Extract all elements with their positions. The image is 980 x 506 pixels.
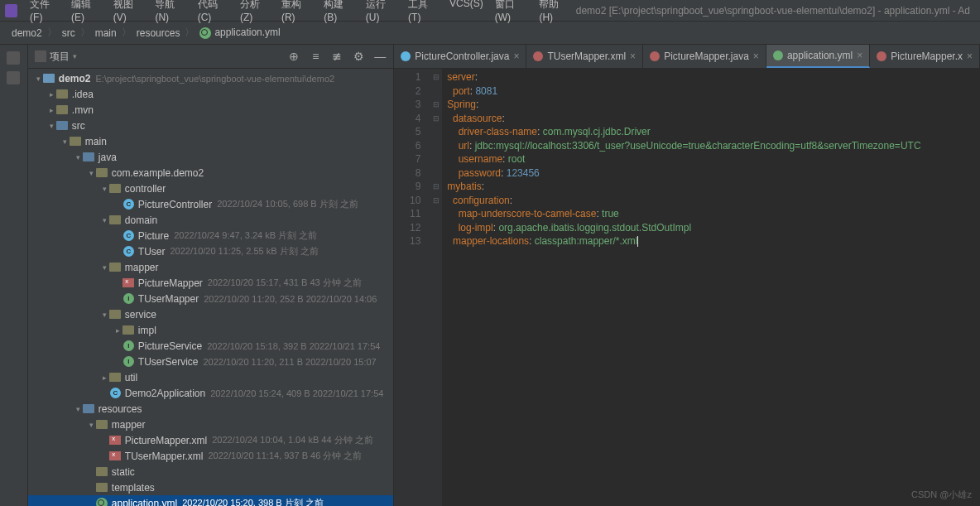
tree-node-meta: 2022/10/20 15:17, 431 B 43 分钟 之前 (208, 277, 362, 289)
tree-node[interactable]: ▾src (28, 118, 394, 133)
tree-arrow-icon[interactable]: ▾ (88, 421, 96, 429)
menu-item[interactable]: VCS(S) (444, 0, 489, 23)
menu-item[interactable]: 文件(F) (24, 0, 65, 23)
tree-node[interactable]: ▾main (28, 133, 394, 149)
menu-item[interactable]: 编辑(E) (65, 0, 108, 23)
fold-gutter[interactable]: ⊟⊟⊟⊟⊟ (430, 69, 442, 506)
tree-node-label: application.yml (112, 498, 177, 507)
project-tree[interactable]: ▾demo2E:\project\springboot_vue\springbo… (28, 69, 394, 506)
tree-arrow-icon[interactable]: ▸ (114, 326, 122, 335)
breadcrumb-item[interactable]: src (59, 27, 79, 39)
project-icon (35, 51, 46, 62)
tree-arrow-icon[interactable]: ▸ (48, 106, 56, 114)
tree-arrow-icon[interactable]: ▾ (88, 169, 96, 177)
tree-node[interactable]: ▾mapper (28, 417, 394, 432)
menu-item[interactable]: 视图(V) (108, 0, 150, 23)
expand-all-icon[interactable]: ≡ (309, 50, 322, 63)
tree-node[interactable]: ▾demo2E:\project\springboot_vue\springbo… (28, 70, 394, 86)
project-sidebar: 项目 ▾ ⊕ ≡ ≢ ⚙ — ▾demo2E:\project\springbo… (28, 45, 395, 506)
menu-item[interactable]: 分析(Z) (234, 0, 276, 23)
close-tab-icon[interactable]: × (513, 51, 519, 62)
tree-node[interactable]: ▸.mvn (28, 102, 394, 118)
code-editor[interactable]: 12345678910111213 ⊟⊟⊟⊟⊟ server: port: 80… (394, 69, 980, 506)
tree-node[interactable]: ▾domain (28, 212, 394, 228)
tree-arrow-icon[interactable]: ▾ (61, 137, 70, 146)
menu-item[interactable]: 窗口(W) (489, 0, 534, 23)
breadcrumb-bar: demo2〉src〉main〉resources〉application.yml (0, 22, 980, 45)
tree-node-label: resources (98, 403, 142, 415)
close-tab-icon[interactable]: × (753, 51, 759, 62)
tree-node[interactable]: IPictureService2022/10/20 15:18, 392 B 2… (28, 338, 394, 354)
select-opened-file-icon[interactable]: ⊕ (287, 50, 300, 63)
tree-node[interactable]: ▾controller (28, 181, 394, 196)
tree-node[interactable]: ITUserService2022/10/20 11:20, 211 B 202… (28, 354, 394, 369)
tree-node-meta: 2022/10/20 11:20, 211 B 2022/10/20 15:07 (204, 357, 377, 367)
tree-arrow-icon[interactable]: ▾ (101, 185, 109, 193)
tree-node-label: util (125, 372, 137, 383)
tree-arrow-icon[interactable]: ▸ (48, 90, 56, 99)
collapse-all-icon[interactable]: ≢ (330, 50, 343, 63)
menu-item[interactable]: 工具(T) (402, 0, 444, 23)
tree-arrow-icon[interactable]: ▸ (101, 373, 109, 382)
sidebar-header: 项目 ▾ ⊕ ≡ ≢ ⚙ — (28, 45, 394, 69)
close-tab-icon[interactable]: × (857, 50, 862, 61)
breadcrumb-item[interactable]: application.yml (196, 27, 283, 39)
menu-item[interactable]: 帮助(H) (533, 0, 575, 23)
tree-node[interactable]: ITUserMapper2022/10/20 11:20, 252 B 2022… (28, 291, 394, 306)
menu-item[interactable]: 运行(U) (360, 0, 402, 23)
editor-tab[interactable]: PictureMapper.java× (643, 45, 766, 68)
dropdown-icon[interactable]: ▾ (73, 52, 77, 60)
bookmarks-tool-icon[interactable] (7, 71, 20, 84)
tree-node[interactable]: ▸impl (28, 322, 394, 338)
breadcrumb-item[interactable]: main (92, 27, 120, 39)
tree-node[interactable]: CPictureController2022/10/24 10:05, 698 … (28, 196, 394, 212)
menu-item[interactable]: 构建(B) (318, 0, 360, 23)
tree-node[interactable]: ▸.idea (28, 86, 394, 102)
breadcrumb-item[interactable]: resources (133, 27, 184, 39)
menu-item[interactable]: 导航(N) (149, 0, 191, 23)
tree-node[interactable]: ▾java (28, 149, 394, 165)
tree-node-meta: 2022/10/20 11:20, 252 B 2022/10/20 14:06 (204, 294, 377, 304)
tree-node-label: PictureService (138, 340, 202, 352)
tree-arrow-icon[interactable]: ▾ (35, 75, 43, 83)
tree-node-meta: 2022/10/24 9:47, 3.24 kB 片刻 之前 (174, 229, 317, 242)
tree-node-label: Demo2Application (125, 388, 205, 399)
tree-arrow-icon[interactable]: ▾ (48, 122, 56, 130)
file-type-icon (773, 51, 783, 60)
close-tab-icon[interactable]: × (630, 51, 636, 62)
tree-arrow-icon[interactable]: ▾ (101, 311, 109, 319)
tree-node[interactable]: templates (28, 479, 394, 495)
tree-node[interactable]: application.yml2022/10/20 15:20, 398 B 片… (28, 495, 394, 506)
editor-tab[interactable]: TUserMapper.xml× (526, 45, 643, 68)
tree-node[interactable]: ▾service (28, 306, 394, 322)
tree-node[interactable]: ▾resources (28, 401, 394, 417)
tree-arrow-icon[interactable]: ▾ (74, 405, 83, 413)
menu-item[interactable]: 代码(C) (192, 0, 234, 23)
tree-node-label: main (85, 136, 107, 147)
tree-node[interactable]: CPicture2022/10/24 9:47, 3.24 kB 片刻 之前 (28, 228, 394, 243)
editor-tab[interactable]: PictureMapper.x× (870, 45, 980, 68)
editor-tab[interactable]: PictureController.java× (394, 45, 526, 68)
tree-node[interactable]: CDemo2Application2022/10/20 15:24, 409 B… (28, 385, 394, 401)
hide-icon[interactable]: — (373, 50, 387, 63)
structure-tool-icon[interactable] (7, 51, 20, 65)
tree-node[interactable]: ▸util (28, 369, 394, 385)
tree-node-meta: 2022/10/20 15:18, 392 B 2022/10/21 17:54 (207, 341, 380, 351)
close-tab-icon[interactable]: × (967, 51, 973, 62)
tree-arrow-icon[interactable]: ▾ (74, 153, 83, 161)
tree-node[interactable]: PictureMapper2022/10/20 15:17, 431 B 43 … (28, 275, 394, 291)
tree-node[interactable]: static (28, 464, 394, 479)
tree-node[interactable]: CTUser2022/10/20 11:25, 2.55 kB 片刻 之前 (28, 243, 394, 259)
tree-arrow-icon[interactable]: ▾ (101, 216, 109, 224)
settings-icon[interactable]: ⚙ (352, 50, 365, 63)
menu-item[interactable]: 重构(R) (276, 0, 318, 23)
tree-node[interactable]: TUserMapper.xml2022/10/20 11:14, 937 B 4… (28, 448, 394, 464)
tree-node[interactable]: ▾com.example.demo2 (28, 165, 394, 181)
tree-node-label: controller (125, 183, 166, 195)
tree-arrow-icon[interactable]: ▾ (101, 263, 109, 272)
breadcrumb-item[interactable]: demo2 (8, 27, 46, 39)
tree-node-meta: 2022/10/24 10:04, 1.04 kB 44 分钟 之前 (212, 434, 372, 446)
editor-tab[interactable]: application.yml× (766, 45, 870, 68)
tree-node[interactable]: ▾mapper (28, 259, 394, 275)
tree-node[interactable]: PictureMapper.xml2022/10/24 10:04, 1.04 … (28, 432, 394, 448)
